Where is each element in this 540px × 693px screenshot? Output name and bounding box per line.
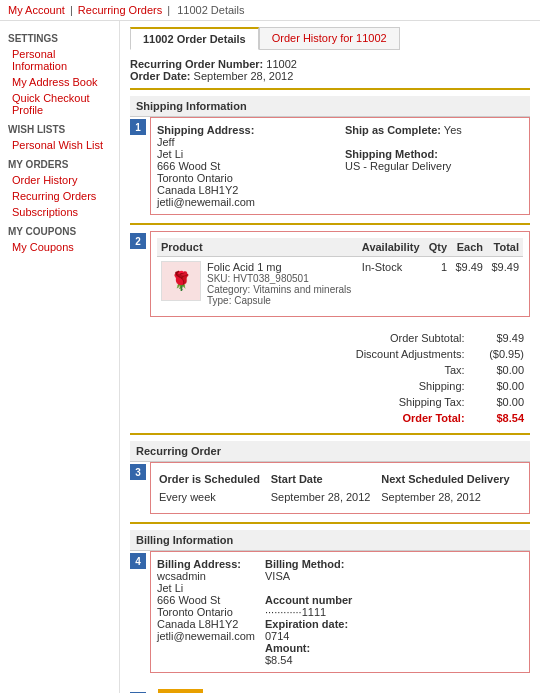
- shipping-addr-2: 666 Wood St: [157, 160, 220, 172]
- billing-section: Billing Information 4 Billing Address: w…: [130, 530, 530, 673]
- gold-divider-2: [130, 223, 530, 225]
- breadcrumb-recurring[interactable]: Recurring Orders: [78, 4, 162, 16]
- qty-cell: 1: [424, 257, 451, 311]
- product-name: Folic Acid 1 mg: [207, 261, 351, 273]
- each-cell: $9.49: [451, 257, 487, 311]
- recurring-number-value: 11002: [266, 58, 297, 70]
- sidebar-settings-title: SETTINGS: [0, 27, 119, 46]
- shipping-section-header: Shipping Information: [130, 96, 530, 117]
- tab-order-details[interactable]: 11002 Order Details: [130, 27, 259, 50]
- ship-complete-value: Yes: [444, 124, 462, 136]
- sidebar-orders-title: MY ORDERS: [0, 153, 119, 172]
- shipping-right-col: Ship as Complete: Yes Shipping Method: U…: [345, 124, 523, 208]
- billing-account-value: ············1111: [265, 606, 326, 618]
- subtotal-value: $9.49: [471, 331, 528, 345]
- shipping-value: $0.00: [471, 379, 528, 393]
- shipping-method-label: Shipping Method:: [345, 148, 438, 160]
- billing-method-value: VISA: [265, 570, 290, 582]
- recurring-col3: Next Scheduled Delivery: [381, 471, 521, 487]
- sidebar-item-quick-checkout[interactable]: Quick Checkout Profile: [0, 90, 119, 118]
- billing-amount-value: $8.54: [265, 654, 293, 666]
- sidebar-item-my-coupons[interactable]: My Coupons: [0, 239, 119, 255]
- billing-box: Billing Address: wcsadmin Jet Li 666 Woo…: [150, 551, 530, 673]
- availability-cell: In-Stock: [358, 257, 425, 311]
- shipping-address-col: Shipping Address: Jeff Jet Li 666 Wood S…: [157, 124, 335, 208]
- sidebar-item-wishlist[interactable]: Personal Wish List: [0, 137, 119, 153]
- billing-amount-label: Amount:: [265, 642, 310, 654]
- gold-divider-1: [130, 88, 530, 90]
- product-category: Category: Vitamins and minerals: [207, 284, 351, 295]
- recurring-val2: September 28, 2012: [271, 489, 379, 505]
- breadcrumb-detail: 11002 Details: [177, 4, 244, 16]
- product-cell: 🌹 Folic Acid 1 mg SKU: HVT038_980501 Cat…: [157, 257, 358, 311]
- col-total: Total: [487, 238, 523, 257]
- billing-addr-6: jetli@newemail.com: [157, 630, 255, 642]
- shipping-addr-4: Canada L8H1Y2: [157, 184, 238, 196]
- tab-order-history[interactable]: Order History for 11002: [259, 27, 400, 50]
- col-qty: Qty: [424, 238, 451, 257]
- billing-addr-5: Canada L8H1Y2: [157, 618, 238, 630]
- recurring-badge: 3: [130, 464, 146, 480]
- product-section: 2 Product Availability Qty Each Total: [130, 231, 530, 317]
- order-total-label: Order Total:: [312, 411, 469, 425]
- ship-complete-label: Ship as Complete:: [345, 124, 441, 136]
- tax-value: $0.00: [471, 363, 528, 377]
- sidebar-item-address-book[interactable]: My Address Book: [0, 74, 119, 90]
- shipping-addr-0: Jeff: [157, 136, 175, 148]
- product-badge: 2: [130, 233, 146, 249]
- sidebar-item-personal-info[interactable]: Personal Information: [0, 46, 119, 74]
- recurring-number-label: Recurring Order Number:: [130, 58, 263, 70]
- shipping-tax-value: $0.00: [471, 395, 528, 409]
- col-product: Product: [157, 238, 358, 257]
- order-date-label: Order Date:: [130, 70, 191, 82]
- table-row: 🌹 Folic Acid 1 mg SKU: HVT038_980501 Cat…: [157, 257, 523, 311]
- billing-expiry-label: Expiration date:: [265, 618, 348, 630]
- sidebar-item-subscriptions[interactable]: Subscriptions: [0, 204, 119, 220]
- billing-addr-4: Toronto Ontario: [157, 606, 233, 618]
- product-image: 🌹: [161, 261, 201, 301]
- billing-numbered: 4 Billing Address: wcsadmin Jet Li 666 W…: [130, 551, 530, 673]
- col-each: Each: [451, 238, 487, 257]
- breadcrumb-account[interactable]: My Account: [8, 4, 65, 16]
- sidebar-item-order-history[interactable]: Order History: [0, 172, 119, 188]
- sidebar-coupons-title: MY COUPONS: [0, 220, 119, 239]
- billing-expiry-value: 0714: [265, 630, 289, 642]
- shipping-addr-1: Jet Li: [157, 148, 183, 160]
- sidebar-item-recurring-orders[interactable]: Recurring Orders: [0, 188, 119, 204]
- discount-label: Discount Adjustments:: [312, 347, 469, 361]
- sidebar: SETTINGS Personal Information My Address…: [0, 21, 120, 693]
- print-button[interactable]: Print: [158, 689, 203, 693]
- product-icon: 🌹: [170, 270, 192, 292]
- product-sku: SKU: HVT038_980501: [207, 273, 351, 284]
- billing-address-col: Billing Address: wcsadmin Jet Li 666 Woo…: [157, 558, 255, 666]
- billing-addr-3: 666 Wood St: [157, 594, 220, 606]
- breadcrumb: My Account | Recurring Orders | 11002 De…: [0, 0, 540, 21]
- shipping-box: Shipping Address: Jeff Jet Li 666 Wood S…: [150, 117, 530, 215]
- tabs: 11002 Order Details Order History for 11…: [130, 27, 530, 50]
- gold-divider-3: [130, 433, 530, 435]
- order-date-value: September 28, 2012: [194, 70, 294, 82]
- tax-label: Tax:: [312, 363, 469, 377]
- subtotal-label: Order Subtotal:: [312, 331, 469, 345]
- billing-address-label: Billing Address:: [157, 558, 241, 570]
- billing-badge: 4: [130, 553, 146, 569]
- shipping-method-value: US - Regular Delivery: [345, 160, 451, 172]
- totals-table: Order Subtotal:$9.49 Discount Adjustment…: [310, 329, 530, 427]
- total-cell: $9.49: [487, 257, 523, 311]
- billing-method-col: Billing Method: VISA Account number ····…: [265, 558, 352, 666]
- print-section: 5 Print We recommend you print this page: [130, 683, 530, 693]
- recurring-val1: Every week: [159, 489, 269, 505]
- discount-value: ($0.95): [471, 347, 528, 361]
- shipping-badge: 1: [130, 119, 146, 135]
- billing-addr-2: Jet Li: [157, 582, 183, 594]
- product-table: Product Availability Qty Each Total: [157, 238, 523, 310]
- main-content: 11002 Order Details Order History for 11…: [120, 21, 540, 693]
- recurring-row: Every week September 28, 2012 September …: [159, 489, 521, 505]
- product-type: Type: Capsule: [207, 295, 351, 306]
- gold-divider-4: [130, 522, 530, 524]
- recurring-box: Order is Scheduled Start Date Next Sched…: [150, 462, 530, 514]
- order-total-value: $8.54: [471, 411, 528, 425]
- billing-addr-0: wcsadmin: [157, 570, 206, 582]
- recurring-val3: September 28, 2012: [381, 489, 521, 505]
- recurring-section-header: Recurring Order: [130, 441, 530, 462]
